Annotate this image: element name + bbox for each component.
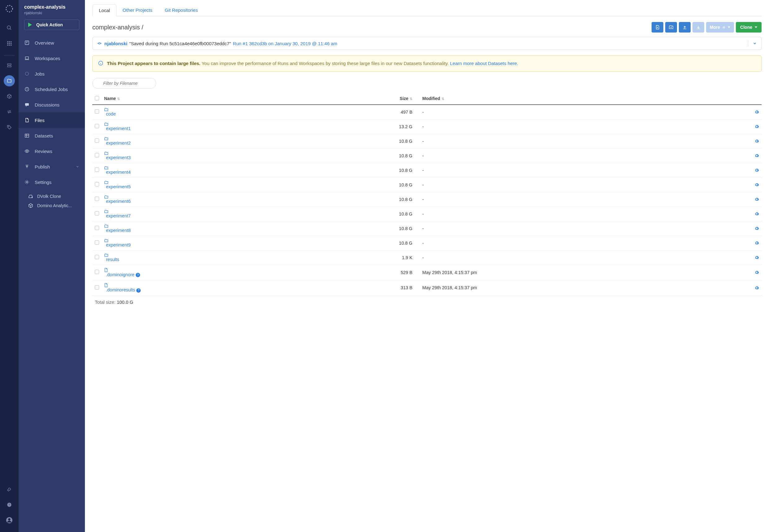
- info-icon: [98, 61, 103, 67]
- file-name-link[interactable]: experiment5: [106, 184, 131, 189]
- row-checkbox[interactable]: [95, 197, 99, 201]
- row-gear-button[interactable]: [752, 207, 762, 221]
- file-name-link[interactable]: .dominoignore: [106, 272, 134, 277]
- more-button[interactable]: More: [706, 22, 734, 33]
- clone-button[interactable]: Clone: [736, 22, 762, 33]
- nav-settings[interactable]: Settings: [19, 174, 85, 190]
- rail-help-icon[interactable]: ?: [4, 499, 15, 510]
- row-gear-button[interactable]: [752, 163, 762, 177]
- file-name-link[interactable]: experiment9: [106, 242, 131, 247]
- nav-publish[interactable]: Publish: [19, 159, 85, 174]
- file-size: 10.8 G: [319, 221, 415, 236]
- rail-transfer-icon[interactable]: [4, 106, 15, 117]
- row-gear-button[interactable]: [752, 280, 762, 296]
- commit-expand-button[interactable]: [748, 40, 757, 46]
- file-size: 13.2 G: [319, 119, 415, 134]
- row-checkbox[interactable]: [95, 182, 99, 186]
- rail-grid-icon[interactable]: [4, 38, 15, 49]
- filter-input[interactable]: [92, 78, 156, 89]
- file-name-link[interactable]: experiment3: [106, 155, 131, 160]
- row-gear-button[interactable]: [752, 177, 762, 192]
- row-checkbox[interactable]: [95, 211, 99, 216]
- quick-action-label: Quick Action: [36, 22, 63, 27]
- rail-search-icon[interactable]: [4, 22, 15, 33]
- rail-wrench-icon[interactable]: [4, 484, 15, 495]
- file-size: 313 B: [319, 280, 415, 296]
- rail-server-icon[interactable]: [4, 60, 15, 71]
- file-name-link[interactable]: experiment7: [106, 213, 131, 218]
- rail-folder-icon[interactable]: [4, 75, 15, 86]
- commit-user[interactable]: njablonski: [104, 41, 127, 46]
- folder-icon: [104, 166, 316, 170]
- file-name-link[interactable]: experiment8: [106, 228, 131, 233]
- tab-git-repositories[interactable]: Git Repositories: [159, 4, 204, 16]
- folder-icon: [104, 122, 316, 126]
- tab-other-projects[interactable]: Other Projects: [116, 4, 159, 16]
- upload-button[interactable]: [679, 22, 691, 33]
- file-name-link[interactable]: results: [106, 257, 119, 262]
- select-all-checkbox[interactable]: [95, 96, 99, 100]
- commit-run-link[interactable]: Run #1 362cd3b on January 30, 2019 @ 11:…: [233, 41, 337, 46]
- row-checkbox[interactable]: [95, 138, 99, 143]
- clock-icon: [24, 86, 30, 92]
- file-modified: -: [415, 192, 752, 207]
- drive-domino-analytic[interactable]: Domino Analytic...: [19, 201, 85, 210]
- row-gear-button[interactable]: [752, 105, 762, 120]
- row-gear-button[interactable]: [752, 236, 762, 250]
- quick-action-button[interactable]: Quick Action: [24, 20, 79, 30]
- row-gear-button[interactable]: [752, 148, 762, 163]
- help-icon[interactable]: ?: [136, 273, 140, 277]
- play-icon: [28, 23, 32, 27]
- new-folder-button[interactable]: [665, 22, 677, 33]
- nav-overview[interactable]: Overview: [19, 35, 85, 50]
- row-gear-button[interactable]: [752, 250, 762, 265]
- nav-jobs[interactable]: Jobs: [19, 66, 85, 81]
- row-checkbox[interactable]: [95, 240, 99, 245]
- row-checkbox[interactable]: [95, 124, 99, 128]
- file-name-link[interactable]: code: [106, 111, 116, 116]
- nav-datasets[interactable]: Datasets: [19, 128, 85, 143]
- column-name[interactable]: Name⇅: [102, 93, 319, 105]
- row-checkbox[interactable]: [95, 153, 99, 157]
- row-checkbox[interactable]: [95, 109, 99, 114]
- drive-dvolk-clone[interactable]: DVolk Clone: [19, 192, 85, 201]
- file-modified: -: [415, 148, 752, 163]
- table-row: experiment510.8 G-: [92, 177, 762, 192]
- help-icon[interactable]: ?: [136, 288, 141, 293]
- row-gear-button[interactable]: [752, 192, 762, 207]
- row-checkbox[interactable]: [95, 270, 99, 274]
- row-checkbox[interactable]: [95, 255, 99, 259]
- file-name-link[interactable]: experiment2: [106, 141, 131, 146]
- file-name-link[interactable]: experiment4: [106, 170, 131, 175]
- row-gear-button[interactable]: [752, 221, 762, 236]
- nav-reviews[interactable]: Reviews: [19, 143, 85, 159]
- tab-local[interactable]: Local: [92, 4, 116, 16]
- nav-discussions[interactable]: Discussions: [19, 97, 85, 112]
- total-size: Total size: 100.0 G: [92, 296, 762, 308]
- column-size[interactable]: Size⇅: [319, 93, 415, 105]
- row-gear-button[interactable]: [752, 119, 762, 134]
- row-gear-button[interactable]: [752, 265, 762, 280]
- table-row: .dominoresults?313 BMay 29th 2018, 4:15:…: [92, 280, 762, 296]
- column-modified[interactable]: Modified⇅: [415, 93, 752, 105]
- rail-account-icon[interactable]: [4, 515, 15, 526]
- rail-tag-icon[interactable]: [4, 122, 15, 133]
- alert-link[interactable]: Learn more about Datasets here.: [450, 61, 518, 66]
- new-file-button[interactable]: [652, 22, 663, 33]
- rail-cube-icon[interactable]: [4, 91, 15, 102]
- row-checkbox[interactable]: [95, 168, 99, 172]
- nav-files[interactable]: Files: [19, 112, 85, 128]
- row-checkbox[interactable]: [95, 285, 99, 290]
- download-button[interactable]: [693, 22, 704, 33]
- file-name-link[interactable]: experiment6: [106, 199, 131, 204]
- nav-scheduled-jobs[interactable]: Scheduled Jobs: [19, 81, 85, 97]
- upload-icon: [24, 164, 30, 169]
- project-owner: njablonski: [19, 10, 85, 20]
- file-name-link[interactable]: experiment1: [106, 126, 131, 131]
- nav-workspaces[interactable]: Workspaces: [19, 50, 85, 66]
- svg-rect-12: [7, 64, 11, 65]
- row-checkbox[interactable]: [95, 226, 99, 230]
- drive-icon: [28, 194, 33, 199]
- row-gear-button[interactable]: [752, 134, 762, 148]
- file-name-link[interactable]: .dominoresults: [106, 287, 135, 292]
